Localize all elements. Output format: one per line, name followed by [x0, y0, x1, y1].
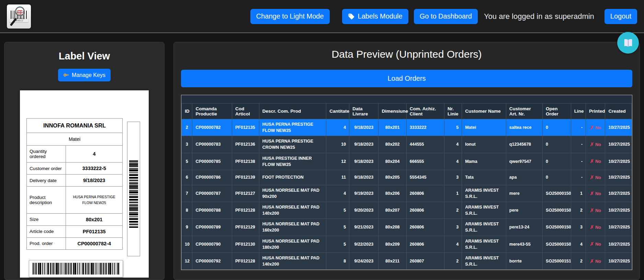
app-logo[interactable]: 9 123456 789012 — [7, 4, 31, 29]
cell: 4 — [444, 153, 462, 170]
cell: 80x211 — [379, 253, 406, 269]
cell: 3 — [444, 170, 462, 185]
cell: 260806 — [406, 236, 444, 253]
table-row[interactable]: 2CP00000782PF012135HUSA PERNA PRESTIGE F… — [182, 119, 632, 136]
x-icon: ✗ — [590, 224, 594, 230]
label-field-value: 80x201 — [66, 213, 123, 225]
cell: HUSA PERNA PRESTIGE FLOW NEW25 — [259, 119, 326, 136]
table-row[interactable]: 10CP00000790PF012130HUSA NORRSELE MAT PA… — [182, 236, 632, 253]
cell: 4 — [444, 136, 462, 153]
cell: HUSA PERNA PRESTIGE CROWN NEW25 — [259, 136, 326, 153]
cell: 3333222 — [406, 119, 444, 136]
printed-cell: ✗No — [586, 236, 605, 253]
column-header: Data Livrare — [349, 103, 379, 119]
cell: 9/22/2023 — [349, 236, 379, 253]
cell: 1 — [444, 185, 462, 202]
printed-cell: ✗No — [586, 219, 605, 236]
label-table-body: INNOFA ROMANIA SRL Matei Quantity ordere… — [27, 119, 123, 250]
vertical-barcode — [127, 122, 140, 256]
label-row: Product descriptionHUSA PERNA PRESTIGE F… — [27, 187, 123, 214]
cell: SO25000151 — [543, 253, 571, 269]
cell: PF012135 — [232, 119, 259, 136]
x-icon: ✗ — [590, 175, 594, 180]
table-row[interactable]: 3CP00000783PF012136HUSA PERNA PRESTIGE C… — [182, 136, 632, 153]
cell: 4 — [444, 236, 462, 253]
cell: borrte — [506, 253, 542, 269]
logged-in-text: You are logged in as superadmin — [484, 12, 594, 21]
load-orders-button[interactable]: Load Orders — [181, 70, 632, 87]
logout-button[interactable]: Logout — [605, 9, 637, 24]
cell: 5 — [444, 119, 462, 136]
cell: 80x209 — [379, 236, 406, 253]
cell: 3 — [571, 219, 586, 236]
cell: 5554345 — [406, 170, 444, 185]
cell: PF012138 — [232, 153, 259, 170]
cell: 80x202 — [379, 136, 406, 153]
printed-cell: ✗No — [586, 119, 605, 136]
cell: saltea rece — [506, 119, 542, 136]
cell: 0 — [543, 153, 571, 170]
cell: 9/20/2023 — [349, 202, 379, 219]
x-icon: ✗ — [590, 258, 594, 264]
labels-module-label: Labels Module — [358, 12, 403, 20]
cell: 0 — [543, 136, 571, 153]
manage-keys-label: Manage Keys — [72, 72, 105, 78]
column-header: Dimensiune — [379, 103, 406, 119]
labels-module-button[interactable]: Labels Module — [342, 9, 408, 24]
label-preview-card: INNOFA ROMANIA SRL Matei Quantity ordere… — [20, 90, 149, 278]
tag-icon — [348, 13, 355, 20]
cell: mere43-55 — [506, 236, 542, 253]
key-icon — [63, 72, 69, 78]
table-row[interactable]: 8CP00000788PF012128HUSA NORRSELE MAT PAD… — [182, 202, 632, 219]
cell: 666555 — [406, 153, 444, 170]
column-header: Customer Art. Nr. — [506, 103, 542, 119]
light-mode-button[interactable]: Change to Light Mode — [250, 9, 330, 24]
column-header: Printed — [586, 103, 605, 119]
table-row[interactable]: 5CP00000785PF012138HUSA PRESTIGE INNER F… — [182, 153, 632, 170]
cell: 10/27/2025 — [605, 119, 632, 136]
table-row[interactable]: 7CP00000787PF012127HUSA NORRSELE MAT PAD… — [182, 185, 632, 202]
label-field-name: Prod. order — [27, 237, 66, 249]
cell: 80x201 — [379, 119, 406, 136]
label-company: INNOFA ROMANIA SRL — [27, 119, 123, 133]
cell: 2 — [571, 253, 586, 269]
x-icon: ✗ — [590, 125, 594, 130]
column-header: ID — [182, 103, 192, 119]
cell: ARAMIS INVEST S.R.L. — [462, 219, 506, 236]
cell: - — [571, 170, 586, 185]
label-field-name: Quantity ordered — [27, 146, 66, 163]
cell: 9/18/2023 — [349, 119, 379, 136]
dashboard-button[interactable]: Go to Dashboard — [414, 9, 478, 24]
column-header: Descr. Com. Prod — [259, 103, 326, 119]
table-row[interactable]: 9CP00000789PF012129HUSA NORRSELE MAT PAD… — [182, 219, 632, 236]
cell: 10/27/2025 — [605, 219, 632, 236]
book-fab-button[interactable] — [617, 32, 639, 54]
label-row: Customer order3333222-5 — [27, 163, 123, 175]
data-preview-panel: Data Preview (Unprinted Orders) Load Ord… — [173, 42, 640, 280]
printed-cell: ✗No — [586, 170, 605, 185]
cell: 8 — [326, 253, 349, 269]
printed-cell: ✗No — [586, 202, 605, 219]
label-field-name: Product description — [27, 187, 66, 214]
cell: SO25000150 — [543, 185, 571, 202]
cell: 4 — [326, 119, 349, 136]
cell: 2 — [444, 202, 462, 219]
cell: 80x206 — [379, 185, 406, 202]
orders-table-body: 2CP00000782PF012135HUSA PERNA PRESTIGE F… — [182, 119, 632, 270]
manage-keys-button[interactable]: Manage Keys — [58, 69, 111, 81]
cell: 7 — [182, 185, 192, 202]
label-field-value: CP00000782-4 — [66, 237, 123, 249]
table-row[interactable]: 6CP00000786PF012139FOOT PROTECTION119/18… — [182, 170, 632, 185]
label-field-value: PF012135 — [66, 225, 123, 237]
cell: 9/21/2023 — [349, 219, 379, 236]
cell: 260807 — [406, 253, 444, 269]
column-header: Open Order — [543, 103, 571, 119]
cell: q12345678 — [506, 136, 542, 153]
cell: ARAMIS INVEST S.R.L. — [462, 236, 506, 253]
cell: - — [571, 119, 586, 136]
table-row[interactable]: 12CP00000792PF012128HUSA NORRSELE MAT PA… — [182, 253, 632, 269]
label-view-title: Label View — [4, 51, 164, 62]
label-customer: Matei — [27, 133, 123, 146]
cell: Ionut — [462, 136, 506, 153]
column-header: Com. Achiz. Client — [406, 103, 444, 119]
